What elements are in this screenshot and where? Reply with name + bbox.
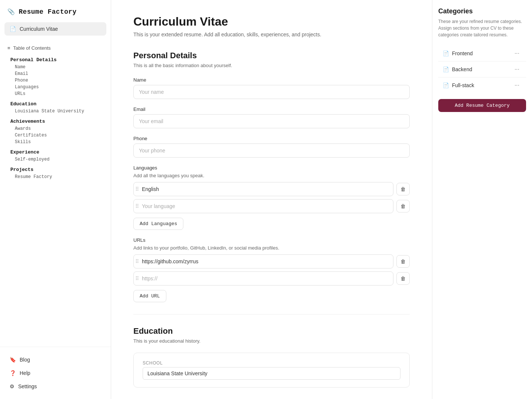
toc-item-skills[interactable]: Skills bbox=[10, 139, 103, 145]
add-category-button[interactable]: Add Resume Category bbox=[438, 99, 526, 112]
language-row-0: ⠿ 🗑 bbox=[133, 182, 410, 196]
toc-section-title-education[interactable]: Education bbox=[10, 100, 103, 108]
urls-subtitle: Add links to your portfolio, GitHub, Lin… bbox=[133, 245, 410, 251]
phone-input[interactable] bbox=[133, 144, 410, 158]
toc-item-certificates[interactable]: Certificates bbox=[10, 132, 103, 139]
table-of-contents: ≡ Table of Contents Personal Details Nam… bbox=[0, 40, 111, 185]
url-row-0: ⠿ 🗑 bbox=[133, 254, 410, 268]
toc-section-title-experience[interactable]: Experience bbox=[10, 148, 103, 156]
blog-label: Blog bbox=[20, 357, 30, 363]
category-label-frontend: Frontend bbox=[452, 50, 473, 56]
personal-details-subtitle: This is all the basic information about … bbox=[133, 63, 410, 68]
category-label-fullstack: Full-stack bbox=[452, 82, 474, 88]
toc-item-resume-factory[interactable]: Resume Factory bbox=[10, 174, 103, 180]
education-card-lsu: School bbox=[133, 353, 410, 388]
sidebar-footer: 🔖 Blog ❓ Help ⚙ Settings bbox=[0, 347, 111, 399]
education-subtitle: This is your educational history. bbox=[133, 338, 410, 344]
urls-label: URLs bbox=[133, 237, 410, 243]
category-more-backend-button[interactable]: ··· bbox=[512, 65, 522, 73]
category-item-frontend: 📄 Frontend ··· bbox=[438, 46, 526, 62]
toc-item-urls[interactable]: URLs bbox=[10, 90, 103, 97]
category-more-frontend-button[interactable]: ··· bbox=[512, 49, 522, 57]
category-name-fullstack: 📄 Full-stack bbox=[443, 82, 474, 88]
sidebar-item-help[interactable]: ❓ Help bbox=[4, 366, 106, 380]
url-input-1[interactable] bbox=[140, 272, 393, 285]
toc-section-title-achievements[interactable]: Achievements bbox=[10, 118, 103, 125]
language-input-wrapper-1: ⠿ bbox=[133, 199, 393, 213]
category-label-backend: Backend bbox=[452, 66, 472, 72]
add-language-button[interactable]: Add Languages bbox=[133, 218, 183, 230]
toc-section-title-personal[interactable]: Personal Details bbox=[10, 56, 103, 64]
delete-url-0-button[interactable]: 🗑 bbox=[396, 255, 410, 268]
toc-item-phone[interactable]: Phone bbox=[10, 77, 103, 84]
toc-item-languages[interactable]: Languages bbox=[10, 84, 103, 90]
category-file-icon-frontend: 📄 bbox=[443, 50, 449, 56]
school-input[interactable] bbox=[143, 367, 400, 380]
toc-section-experience: Experience Self-employed bbox=[4, 147, 106, 164]
toc-item-awards[interactable]: Awards bbox=[10, 125, 103, 132]
categories-description: These are your refined resume categories… bbox=[438, 18, 526, 38]
logo-icon: 📎 bbox=[7, 8, 15, 16]
toc-item-name[interactable]: Name bbox=[10, 64, 103, 70]
drag-handle-url-0[interactable]: ⠿ bbox=[134, 258, 140, 264]
languages-label: Languages bbox=[133, 165, 410, 171]
email-field-group: Email bbox=[133, 106, 410, 128]
toc-item-lsu[interactable]: Louisiana State University bbox=[10, 108, 103, 115]
settings-label: Settings bbox=[18, 383, 37, 389]
sidebar-item-blog[interactable]: 🔖 Blog bbox=[4, 353, 106, 366]
url-input-wrapper-1: ⠿ bbox=[133, 271, 393, 286]
toc-section-achievements: Achievements Awards Certificates Skills bbox=[4, 116, 106, 147]
sidebar-item-label: Curriculum Vitae bbox=[20, 26, 58, 32]
category-more-fullstack-button[interactable]: ··· bbox=[512, 81, 522, 89]
language-input-1[interactable] bbox=[140, 200, 393, 213]
sidebar-item-settings[interactable]: ⚙ Settings bbox=[4, 380, 106, 393]
email-input[interactable] bbox=[133, 114, 410, 128]
delete-language-1-button[interactable]: 🗑 bbox=[396, 200, 410, 212]
language-row-1: ⠿ 🗑 bbox=[133, 199, 410, 213]
drag-handle-url-1[interactable]: ⠿ bbox=[134, 276, 140, 281]
url-input-0[interactable] bbox=[140, 255, 393, 268]
toc-item-self-employed[interactable]: Self-employed bbox=[10, 156, 103, 163]
help-icon: ❓ bbox=[10, 370, 16, 376]
name-field-group: Name bbox=[133, 77, 410, 99]
education-title: Education bbox=[133, 326, 410, 336]
app-logo[interactable]: 📎 Resume Factory bbox=[0, 0, 111, 22]
school-label: School bbox=[143, 360, 400, 366]
add-url-button[interactable]: Add URL bbox=[133, 290, 166, 302]
language-input-wrapper-0: ⠿ bbox=[133, 182, 393, 196]
toc-section-projects: Projects Resume Factory bbox=[4, 164, 106, 182]
email-label: Email bbox=[133, 106, 410, 112]
toc-title: Table of Contents bbox=[13, 45, 51, 51]
section-divider bbox=[133, 314, 410, 314]
toc-section-education: Education Louisiana State University bbox=[4, 99, 106, 116]
categories-title: Categories bbox=[438, 7, 526, 15]
bookmark-icon: 🔖 bbox=[10, 357, 16, 363]
sidebar: 📎 Resume Factory 📄 Curriculum Vitae ≡ Ta… bbox=[0, 0, 111, 399]
url-input-wrapper-0: ⠿ bbox=[133, 254, 393, 268]
category-name-backend: 📄 Backend bbox=[443, 66, 472, 72]
list-icon: ≡ bbox=[7, 45, 10, 51]
categories-list: 📄 Frontend ··· 📄 Backend ··· 📄 Full-stac… bbox=[438, 46, 526, 93]
category-name-frontend: 📄 Frontend bbox=[443, 50, 473, 56]
drag-handle-language-1[interactable]: ⠿ bbox=[134, 203, 140, 209]
right-panel: Categories These are your refined resume… bbox=[432, 0, 532, 399]
gear-icon: ⚙ bbox=[10, 383, 14, 389]
page-title: Curriculum Vitae bbox=[133, 15, 410, 29]
category-item-fullstack: 📄 Full-stack ··· bbox=[438, 78, 526, 93]
name-input[interactable] bbox=[133, 85, 410, 99]
toc-item-email[interactable]: Email bbox=[10, 70, 103, 77]
language-input-0[interactable] bbox=[140, 182, 393, 196]
toc-header: ≡ Table of Contents bbox=[4, 43, 106, 53]
sidebar-item-curriculum-vitae[interactable]: 📄 Curriculum Vitae bbox=[4, 22, 106, 36]
category-file-icon-fullstack: 📄 bbox=[443, 82, 449, 88]
delete-language-0-button[interactable]: 🗑 bbox=[396, 183, 410, 195]
delete-url-1-button[interactable]: 🗑 bbox=[396, 272, 410, 285]
drag-handle-language-0[interactable]: ⠿ bbox=[134, 186, 140, 192]
personal-details-section: Personal Details This is all the basic i… bbox=[133, 51, 410, 302]
personal-details-title: Personal Details bbox=[133, 51, 410, 60]
name-label: Name bbox=[133, 77, 410, 83]
category-file-icon-backend: 📄 bbox=[443, 66, 449, 72]
toc-section-title-projects[interactable]: Projects bbox=[10, 166, 103, 174]
urls-field-group: URLs Add links to your portfolio, GitHub… bbox=[133, 237, 410, 302]
file-icon: 📄 bbox=[10, 26, 16, 32]
